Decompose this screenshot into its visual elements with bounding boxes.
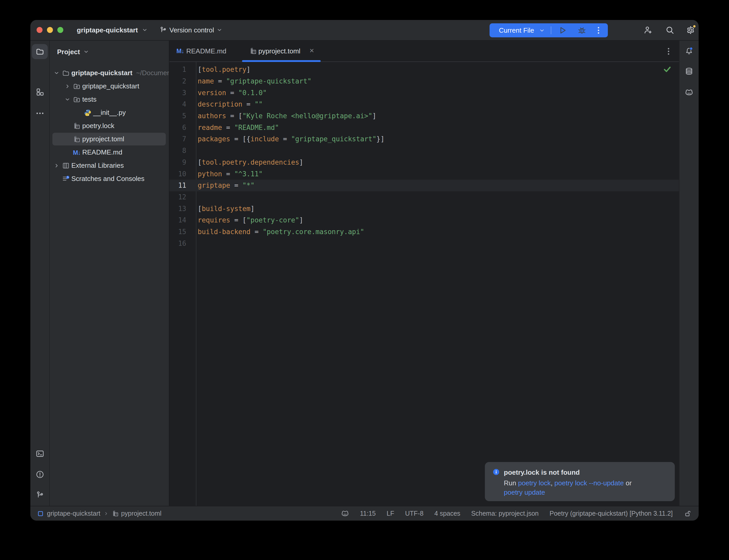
tree-item-poetry-lock[interactable]: [T]poetry.lock [50, 119, 169, 132]
code-with-me-button[interactable] [643, 25, 653, 35]
breadcrumb-file[interactable]: pyproject.toml [121, 510, 162, 517]
tree-item-path: ~/Documen [136, 69, 170, 77]
breadcrumb-project[interactable]: griptape-quickstart [47, 510, 100, 517]
minimize-window-button[interactable] [47, 27, 53, 33]
line-number: 10 [169, 170, 196, 178]
code-editor[interactable]: 1[tool.poetry]2name = "griptape-quicksta… [169, 62, 679, 506]
line-number: 15 [169, 228, 196, 236]
project-toolwindow-button[interactable] [32, 44, 48, 59]
line-number: 14 [169, 216, 196, 224]
notification-link[interactable]: poetry lock [518, 479, 551, 487]
svg-text:[T]: [T] [252, 51, 256, 53]
copilot-icon[interactable] [341, 509, 349, 518]
code-line-5[interactable]: 5authors = ["Kyle Roche <hello@griptape.… [169, 110, 679, 122]
tree-item-label: griptape_quickstart [82, 82, 139, 90]
project-panel-header[interactable]: Project [57, 46, 89, 58]
vcs-widget[interactable]: Version control [159, 20, 222, 40]
project-widget-label: griptape-quickstart [77, 26, 138, 34]
tree-item-griptape-quickstart[interactable]: griptape_quickstart [50, 80, 169, 93]
line-number: 12 [169, 193, 196, 201]
code-line-8[interactable]: 8 [169, 145, 679, 157]
chevron-down-icon [216, 27, 222, 33]
terminal-toolwindow-button[interactable] [36, 449, 44, 458]
more-toolwindows-button[interactable] [36, 109, 44, 118]
code-line-16[interactable]: 16 [169, 237, 679, 249]
more-run-options-button[interactable] [594, 26, 603, 35]
code-line-2[interactable]: 2name = "griptape-quickstart" [169, 75, 679, 87]
chevron-right-icon[interactable] [64, 83, 71, 89]
code-line-3[interactable]: 3version = "0.1.0" [169, 87, 679, 99]
chevron-right-icon[interactable] [53, 163, 60, 169]
project-widget[interactable]: griptape-quickstart [77, 20, 148, 40]
tree-item-griptape-quickstart[interactable]: griptape-quickstart~/Documen [50, 66, 169, 80]
tree-item-external-libraries[interactable]: External Libraries [50, 159, 169, 172]
structure-toolwindow-button[interactable] [36, 88, 44, 96]
chevron-down-icon[interactable] [64, 96, 71, 103]
tab-readme[interactable]: M↓ README.md [169, 41, 242, 61]
code-line-text: python = "^3.11" [196, 170, 262, 178]
notification-link[interactable]: poetry lock --no-update [554, 479, 624, 487]
line-number: 3 [169, 89, 196, 97]
code-line-11[interactable]: 11griptape = "*" [169, 180, 679, 191]
title-bar: griptape-quickstart Version control Curr… [30, 20, 699, 41]
close-tab-icon[interactable]: × [309, 46, 314, 55]
run-widget[interactable]: Current File [490, 23, 608, 37]
code-line-4[interactable]: 4description = "" [169, 99, 679, 110]
tree-item-scratches-and-consoles[interactable]: Scratches and Consoles [50, 172, 169, 185]
status-item[interactable]: Schema: pyproject.json [471, 510, 539, 517]
run-config-label[interactable]: Current File [499, 26, 534, 34]
toml-icon: [T] [73, 135, 81, 143]
line-number: 8 [169, 147, 196, 155]
right-toolwindow-stripe [679, 41, 699, 506]
status-item[interactable]: 11:15 [360, 510, 376, 517]
code-line-14[interactable]: 14requires = ["poetry-core"] [169, 214, 679, 226]
status-item[interactable]: Poetry (griptape-quickstart) [Python 3.1… [550, 510, 673, 517]
database-toolwindow-button[interactable] [685, 67, 693, 76]
code-line-1[interactable]: 1[tool.poetry] [169, 64, 679, 75]
notification-balloon: poetry.lock is not found Run poetry lock… [485, 462, 675, 501]
tree-item-label: __init__.py [93, 109, 126, 117]
markdown-icon: M↓ [73, 149, 81, 156]
copilot-toolwindow-button[interactable] [685, 88, 693, 97]
tree-item--init-py[interactable]: __init__.py [50, 106, 169, 119]
tree-item-label: pyproject.toml [82, 135, 124, 143]
notification-text: Run [504, 479, 518, 487]
code-line-10[interactable]: 10python = "^3.11" [169, 168, 679, 180]
debug-button[interactable] [577, 26, 587, 35]
run-button[interactable] [558, 26, 567, 35]
maximize-window-button[interactable] [57, 27, 63, 33]
tree-item-label: README.md [82, 148, 122, 156]
settings-button[interactable] [686, 25, 695, 35]
search-everywhere-button[interactable] [665, 25, 675, 35]
tree-item-label: tests [82, 95, 96, 103]
tree-item-tests[interactable]: tests [50, 93, 169, 106]
tab-pyproject[interactable]: [T] pyproject.toml × [242, 41, 321, 61]
problems-toolwindow-button[interactable] [36, 470, 44, 479]
vcs-toolwindow-button[interactable] [36, 491, 44, 500]
line-number: 2 [169, 77, 196, 85]
code-line-9[interactable]: 9[tool.poetry.dependencies] [169, 157, 679, 168]
status-breadcrumbs[interactable]: griptape-quickstart [T] pyproject.toml [37, 506, 161, 521]
status-item[interactable]: UTF-8 [405, 510, 424, 517]
code-line-text: name = "griptape-quickstart" [196, 77, 311, 85]
unlock-icon[interactable] [684, 509, 692, 518]
code-line-13[interactable]: 13[build-system] [169, 203, 679, 214]
line-number: 16 [169, 240, 196, 247]
code-line-6[interactable]: 6readme = "README.md" [169, 122, 679, 133]
notifications-button[interactable] [685, 47, 693, 55]
divider [551, 26, 551, 34]
info-icon [493, 468, 500, 476]
code-line-7[interactable]: 7packages = [{include = "griptape_quicks… [169, 133, 679, 145]
code-line-15[interactable]: 15build-backend = "poetry.core.masonry.a… [169, 226, 679, 238]
status-item[interactable]: LF [387, 510, 394, 517]
close-window-button[interactable] [37, 27, 43, 33]
inspection-ok-icon[interactable] [663, 65, 672, 74]
code-line-12[interactable]: 12 [169, 191, 679, 203]
status-item[interactable]: 4 spaces [434, 510, 460, 517]
tree-item-pyproject-toml[interactable]: [T]pyproject.toml [50, 132, 169, 146]
tree-item-readme-md[interactable]: M↓README.md [50, 146, 169, 159]
chevron-down-icon[interactable] [53, 70, 60, 76]
notification-link[interactable]: poetry update [504, 488, 545, 496]
folder-icon [36, 47, 44, 56]
tab-options-button[interactable] [664, 47, 673, 56]
